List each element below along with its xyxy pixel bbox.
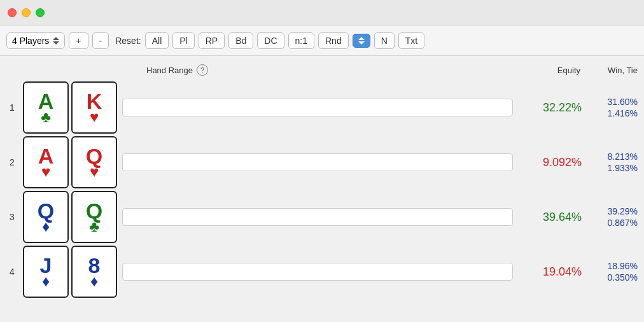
player-num-1: 1 bbox=[6, 102, 18, 113]
remove-player-button[interactable]: - bbox=[92, 32, 109, 49]
main-content: Hand Range ? Equity Win, Tie 1A♣K♥32.22%… bbox=[0, 56, 644, 304]
tie-value-4: 0.350% bbox=[587, 272, 638, 283]
player-select[interactable]: 4 Players bbox=[6, 32, 65, 49]
reset-n1-button[interactable]: n:1 bbox=[288, 32, 314, 49]
close-button[interactable] bbox=[8, 8, 17, 17]
player-count-label: 4 Players bbox=[12, 36, 49, 46]
card-suit: ♦ bbox=[90, 274, 98, 289]
minimize-button[interactable] bbox=[22, 8, 31, 17]
card-1-2[interactable]: K♥ bbox=[71, 81, 117, 134]
player-cards-3[interactable]: Q♦Q♣ bbox=[23, 191, 117, 243]
win-value-3: 39.29% bbox=[587, 206, 638, 216]
win-value-2: 8.213% bbox=[587, 151, 638, 162]
player-cards-2[interactable]: A♥Q♥ bbox=[23, 136, 117, 188]
card-4-2[interactable]: 8♦ bbox=[71, 246, 117, 298]
equity-header: Equity bbox=[517, 66, 580, 75]
hand-range-input-2[interactable] bbox=[122, 153, 513, 171]
player-row-1: 1A♣K♥32.22%31.60%1.416% bbox=[6, 80, 638, 135]
win-tie-values-2: 8.213%1.933% bbox=[587, 151, 638, 173]
player-row-2: 2A♥Q♥9.092%8.213%1.933% bbox=[6, 135, 638, 190]
card-suit: ♣ bbox=[89, 219, 99, 234]
card-2-1[interactable]: A♥ bbox=[23, 136, 69, 188]
tie-value-2: 1.933% bbox=[587, 163, 638, 173]
tie-value-1: 1.416% bbox=[587, 108, 638, 118]
player-cards-1[interactable]: A♣K♥ bbox=[23, 81, 117, 134]
reset-label: Reset: bbox=[115, 36, 141, 46]
content-area: Hand Range ? Equity Win, Tie 1A♣K♥32.22%… bbox=[6, 61, 638, 299]
player-spinner-icon bbox=[53, 37, 59, 45]
win-tie-header: Win, Tie bbox=[587, 66, 638, 75]
reset-all-button[interactable]: All bbox=[145, 32, 169, 49]
player-num-2: 2 bbox=[6, 157, 18, 167]
reset-rp-button[interactable]: RP bbox=[199, 32, 225, 49]
hand-range-input-1[interactable] bbox=[122, 99, 513, 116]
win-tie-values-1: 31.60%1.416% bbox=[587, 97, 638, 118]
title-bar bbox=[0, 0, 644, 25]
reset-dc-button[interactable]: DC bbox=[257, 32, 284, 49]
hand-range-header: Hand Range bbox=[146, 66, 193, 75]
equity-value-1: 32.22% bbox=[518, 101, 582, 115]
equity-value-3: 39.64% bbox=[518, 211, 582, 224]
card-1-1[interactable]: A♣ bbox=[23, 81, 69, 134]
card-suit: ♥ bbox=[90, 164, 99, 179]
toolbar: 4 Players + - Reset: All Pl RP Bd DC n:1… bbox=[0, 25, 644, 56]
player-row-4: 4J♦8♦19.04%18.96%0.350% bbox=[6, 244, 638, 299]
equity-value-4: 19.04% bbox=[518, 265, 582, 279]
win-tie-values-3: 39.29%0.867% bbox=[587, 206, 638, 228]
card-suit: ♦ bbox=[42, 219, 50, 234]
card-3-2[interactable]: Q♣ bbox=[71, 191, 117, 243]
win-value-4: 18.96% bbox=[587, 261, 638, 271]
reset-rnd-button[interactable]: Rnd bbox=[318, 32, 349, 49]
maximize-button[interactable] bbox=[36, 8, 45, 17]
hand-range-input-4[interactable] bbox=[122, 263, 513, 281]
card-suit: ♥ bbox=[90, 109, 99, 125]
player-num-4: 4 bbox=[6, 267, 18, 277]
help-button[interactable]: ? bbox=[197, 64, 208, 76]
n-button[interactable]: N bbox=[374, 32, 395, 49]
spinner-select-icon bbox=[358, 37, 365, 45]
player-cards-4[interactable]: J♦8♦ bbox=[23, 246, 117, 298]
card-3-1[interactable]: Q♦ bbox=[23, 191, 69, 243]
win-value-1: 31.60% bbox=[587, 97, 638, 107]
player-row-3: 3Q♦Q♣39.64%39.29%0.867% bbox=[6, 190, 638, 244]
card-4-1[interactable]: J♦ bbox=[23, 246, 69, 298]
card-suit: ♣ bbox=[41, 109, 51, 125]
spinner-select[interactable] bbox=[353, 34, 370, 48]
hand-range-input-3[interactable] bbox=[122, 208, 513, 226]
player-num-3: 3 bbox=[6, 212, 18, 222]
tie-value-3: 0.867% bbox=[587, 218, 638, 228]
reset-bd-button[interactable]: Bd bbox=[228, 32, 253, 49]
players-list: 1A♣K♥32.22%31.60%1.416%2A♥Q♥9.092%8.213%… bbox=[6, 80, 638, 299]
add-player-button[interactable]: + bbox=[69, 32, 88, 49]
card-suit: ♦ bbox=[42, 274, 50, 289]
equity-value-2: 9.092% bbox=[518, 156, 582, 169]
win-tie-values-4: 18.96%0.350% bbox=[587, 261, 638, 283]
reset-pl-button[interactable]: Pl bbox=[172, 32, 194, 49]
card-suit: ♥ bbox=[41, 164, 50, 179]
card-2-2[interactable]: Q♥ bbox=[71, 136, 117, 188]
txt-button[interactable]: Txt bbox=[398, 32, 424, 49]
